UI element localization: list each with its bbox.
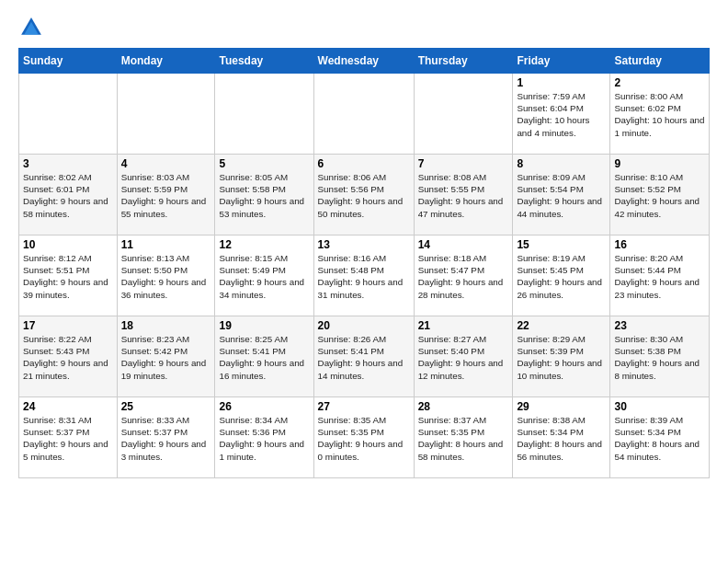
weekday-header-thursday: Thursday (414, 49, 513, 74)
day-cell: 10Sunrise: 8:12 AM Sunset: 5:51 PM Dayli… (19, 236, 118, 316)
day-info: Sunrise: 8:25 AM Sunset: 5:41 PM Dayligh… (219, 333, 309, 382)
weekday-header-monday: Monday (117, 49, 215, 74)
day-cell: 18Sunrise: 8:23 AM Sunset: 5:42 PM Dayli… (117, 316, 215, 397)
day-number: 14 (418, 238, 509, 251)
day-cell: 12Sunrise: 8:15 AM Sunset: 5:49 PM Dayli… (215, 236, 313, 316)
day-number: 5 (219, 157, 309, 170)
day-cell: 21Sunrise: 8:27 AM Sunset: 5:40 PM Dayli… (414, 316, 513, 397)
weekday-header-row: SundayMondayTuesdayWednesdayThursdayFrid… (19, 49, 710, 74)
day-info: Sunrise: 8:18 AM Sunset: 5:47 PM Dayligh… (418, 252, 509, 301)
week-row-5: 24Sunrise: 8:31 AM Sunset: 5:37 PM Dayli… (19, 397, 710, 478)
day-cell: 1Sunrise: 7:59 AM Sunset: 6:04 PM Daylig… (513, 74, 610, 155)
day-cell: 27Sunrise: 8:35 AM Sunset: 5:35 PM Dayli… (313, 397, 414, 478)
day-cell (414, 74, 513, 155)
day-cell: 23Sunrise: 8:30 AM Sunset: 5:38 PM Dayli… (610, 316, 710, 397)
day-number: 18 (121, 319, 211, 332)
day-cell: 6Sunrise: 8:06 AM Sunset: 5:56 PM Daylig… (313, 155, 414, 236)
day-number: 17 (23, 319, 113, 332)
day-info: Sunrise: 8:22 AM Sunset: 5:43 PM Dayligh… (23, 333, 113, 382)
day-cell: 29Sunrise: 8:38 AM Sunset: 5:34 PM Dayli… (513, 397, 610, 478)
day-cell: 11Sunrise: 8:13 AM Sunset: 5:50 PM Dayli… (117, 236, 215, 316)
day-number: 1 (517, 76, 606, 89)
calendar-table: SundayMondayTuesdayWednesdayThursdayFrid… (18, 48, 710, 478)
day-cell (19, 74, 118, 155)
day-info: Sunrise: 8:09 AM Sunset: 5:54 PM Dayligh… (517, 171, 606, 220)
day-number: 13 (318, 238, 410, 251)
page: SundayMondayTuesdayWednesdayThursdayFrid… (0, 0, 728, 489)
week-row-2: 3Sunrise: 8:02 AM Sunset: 6:01 PM Daylig… (19, 155, 710, 236)
day-cell: 22Sunrise: 8:29 AM Sunset: 5:39 PM Dayli… (513, 316, 610, 397)
day-cell: 30Sunrise: 8:39 AM Sunset: 5:34 PM Dayli… (610, 397, 710, 478)
day-number: 7 (418, 157, 509, 170)
day-cell: 4Sunrise: 8:03 AM Sunset: 5:59 PM Daylig… (117, 155, 215, 236)
day-info: Sunrise: 8:10 AM Sunset: 5:52 PM Dayligh… (614, 171, 705, 220)
day-cell: 13Sunrise: 8:16 AM Sunset: 5:48 PM Dayli… (313, 236, 414, 316)
day-info: Sunrise: 8:20 AM Sunset: 5:44 PM Dayligh… (614, 252, 705, 301)
day-number: 6 (318, 157, 410, 170)
day-number: 23 (614, 319, 705, 332)
day-number: 29 (517, 400, 606, 413)
day-number: 27 (318, 400, 410, 413)
day-info: Sunrise: 8:16 AM Sunset: 5:48 PM Dayligh… (318, 252, 410, 301)
weekday-header-tuesday: Tuesday (215, 49, 313, 74)
day-number: 8 (517, 157, 606, 170)
weekday-header-sunday: Sunday (19, 49, 118, 74)
day-info: Sunrise: 8:02 AM Sunset: 6:01 PM Dayligh… (23, 171, 113, 220)
day-info: Sunrise: 8:00 AM Sunset: 6:02 PM Dayligh… (614, 90, 705, 139)
day-number: 4 (121, 157, 211, 170)
day-info: Sunrise: 8:38 AM Sunset: 5:34 PM Dayligh… (517, 414, 606, 463)
day-number: 19 (219, 319, 309, 332)
day-info: Sunrise: 8:29 AM Sunset: 5:39 PM Dayligh… (517, 333, 606, 382)
day-cell (117, 74, 215, 155)
day-cell: 3Sunrise: 8:02 AM Sunset: 6:01 PM Daylig… (19, 155, 118, 236)
day-cell: 9Sunrise: 8:10 AM Sunset: 5:52 PM Daylig… (610, 155, 710, 236)
day-number: 3 (23, 157, 113, 170)
day-cell: 24Sunrise: 8:31 AM Sunset: 5:37 PM Dayli… (19, 397, 118, 478)
weekday-header-wednesday: Wednesday (313, 49, 414, 74)
day-cell: 14Sunrise: 8:18 AM Sunset: 5:47 PM Dayli… (414, 236, 513, 316)
day-cell: 7Sunrise: 8:08 AM Sunset: 5:55 PM Daylig… (414, 155, 513, 236)
week-row-3: 10Sunrise: 8:12 AM Sunset: 5:51 PM Dayli… (19, 236, 710, 316)
day-number: 2 (614, 76, 705, 89)
day-info: Sunrise: 8:39 AM Sunset: 5:34 PM Dayligh… (614, 414, 705, 463)
day-info: Sunrise: 8:23 AM Sunset: 5:42 PM Dayligh… (121, 333, 211, 382)
day-cell: 5Sunrise: 8:05 AM Sunset: 5:58 PM Daylig… (215, 155, 313, 236)
day-info: Sunrise: 8:31 AM Sunset: 5:37 PM Dayligh… (23, 414, 113, 463)
day-number: 22 (517, 319, 606, 332)
day-info: Sunrise: 8:33 AM Sunset: 5:37 PM Dayligh… (121, 414, 211, 463)
day-cell: 17Sunrise: 8:22 AM Sunset: 5:43 PM Dayli… (19, 316, 118, 397)
day-info: Sunrise: 8:05 AM Sunset: 5:58 PM Dayligh… (219, 171, 309, 220)
day-info: Sunrise: 7:59 AM Sunset: 6:04 PM Dayligh… (517, 90, 606, 139)
day-info: Sunrise: 8:06 AM Sunset: 5:56 PM Dayligh… (318, 171, 410, 220)
weekday-header-friday: Friday (513, 49, 610, 74)
day-cell: 16Sunrise: 8:20 AM Sunset: 5:44 PM Dayli… (610, 236, 710, 316)
day-number: 9 (614, 157, 705, 170)
day-cell: 15Sunrise: 8:19 AM Sunset: 5:45 PM Dayli… (513, 236, 610, 316)
day-info: Sunrise: 8:34 AM Sunset: 5:36 PM Dayligh… (219, 414, 309, 463)
day-info: Sunrise: 8:13 AM Sunset: 5:50 PM Dayligh… (121, 252, 211, 301)
day-number: 25 (121, 400, 211, 413)
day-cell (215, 74, 313, 155)
day-number: 12 (219, 238, 309, 251)
day-number: 21 (418, 319, 509, 332)
day-number: 24 (23, 400, 113, 413)
day-cell: 8Sunrise: 8:09 AM Sunset: 5:54 PM Daylig… (513, 155, 610, 236)
day-info: Sunrise: 8:35 AM Sunset: 5:35 PM Dayligh… (318, 414, 410, 463)
day-info: Sunrise: 8:26 AM Sunset: 5:41 PM Dayligh… (318, 333, 410, 382)
day-info: Sunrise: 8:27 AM Sunset: 5:40 PM Dayligh… (418, 333, 509, 382)
day-number: 30 (614, 400, 705, 413)
day-number: 28 (418, 400, 509, 413)
day-number: 20 (318, 319, 410, 332)
day-info: Sunrise: 8:12 AM Sunset: 5:51 PM Dayligh… (23, 252, 113, 301)
day-number: 11 (121, 238, 211, 251)
day-info: Sunrise: 8:30 AM Sunset: 5:38 PM Dayligh… (614, 333, 705, 382)
day-number: 15 (517, 238, 606, 251)
day-info: Sunrise: 8:08 AM Sunset: 5:55 PM Dayligh… (418, 171, 509, 220)
week-row-4: 17Sunrise: 8:22 AM Sunset: 5:43 PM Dayli… (19, 316, 710, 397)
day-cell: 20Sunrise: 8:26 AM Sunset: 5:41 PM Dayli… (313, 316, 414, 397)
day-cell: 2Sunrise: 8:00 AM Sunset: 6:02 PM Daylig… (610, 74, 710, 155)
day-number: 26 (219, 400, 309, 413)
day-number: 10 (23, 238, 113, 251)
logo-icon (18, 15, 44, 40)
day-cell: 26Sunrise: 8:34 AM Sunset: 5:36 PM Dayli… (215, 397, 313, 478)
